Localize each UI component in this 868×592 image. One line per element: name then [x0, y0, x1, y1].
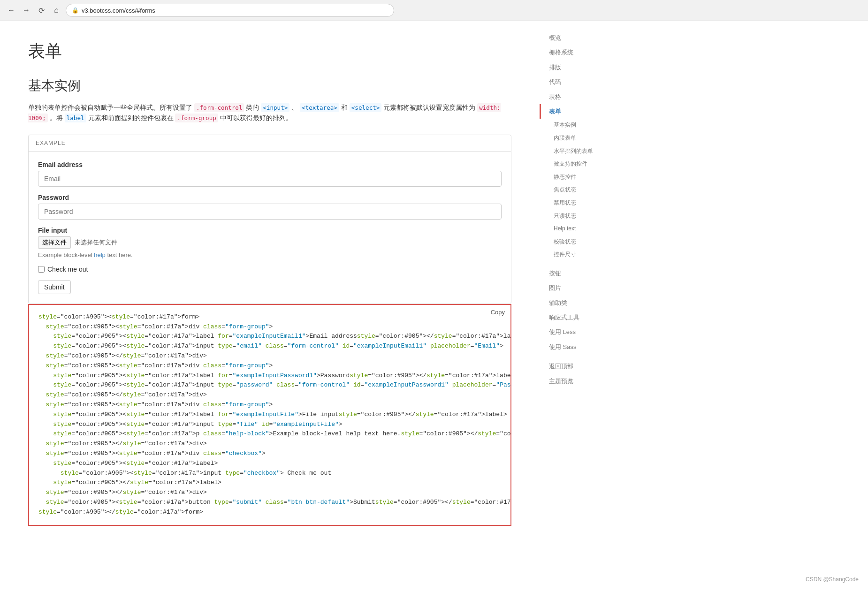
sidebar-item-8[interactable]: 水平排列的表单	[540, 145, 633, 158]
email-label: Email address	[38, 161, 502, 168]
code-block: style="color:#905"><style="color:#17a">f…	[29, 305, 510, 525]
file-no-selected-text: 未选择任何文件	[75, 238, 117, 247]
password-input[interactable]	[38, 204, 502, 220]
code-label: label	[65, 114, 86, 122]
sidebar-item-9[interactable]: 被支持的控件	[540, 158, 633, 171]
forward-button[interactable]: →	[21, 5, 32, 16]
sidebar-item-19[interactable]: 辅助类	[540, 296, 633, 310]
desc-text-8: 中可以获得最好的排列。	[220, 114, 292, 121]
example-panel: EXAMPLE Email address Password File inpu…	[28, 135, 511, 304]
sidebar-item-7[interactable]: 内联表单	[540, 132, 633, 145]
sidebar-item-23[interactable]: 返回顶部	[540, 359, 633, 373]
sidebar-item-15[interactable]: 校验状态	[540, 235, 633, 249]
desc-text-1: 单独的表单控件会被自动赋予一些全局样式。所有设置了	[28, 104, 192, 111]
code-form-control: .form-control	[194, 103, 244, 112]
help-text-suffix: text here.	[106, 251, 133, 258]
sidebar-item-5[interactable]: 表单	[540, 104, 633, 119]
sidebar-item-17[interactable]: 按钮	[540, 266, 633, 281]
desc-text-6: 。将	[50, 114, 63, 121]
sidebar-item-11[interactable]: 焦点状态	[540, 183, 633, 197]
page-layout: 表单 基本实例 单独的表单控件会被自动赋予一些全局样式。所有设置了 .form-…	[0, 21, 868, 592]
sidebar-item-2[interactable]: 排版	[540, 60, 633, 75]
code-form-group: .form-group	[175, 114, 218, 122]
code-textarea: <textarea>	[300, 103, 339, 112]
help-block: Example block-level help text here.	[38, 251, 133, 258]
sidebar-item-6[interactable]: 基本实例	[540, 119, 633, 132]
checkbox-label[interactable]: Check me out	[38, 266, 502, 273]
code-select: <select>	[350, 103, 382, 112]
password-label: Password	[38, 194, 502, 201]
sidebar-item-21[interactable]: 使用 Less	[540, 325, 633, 339]
file-form-group: File input 选择文件 未选择任何文件 Example block-le…	[38, 227, 502, 258]
password-form-group: Password	[38, 194, 502, 220]
sidebar-item-16[interactable]: 控件尺寸	[540, 248, 633, 261]
file-input-wrapper: 选择文件 未选择任何文件	[38, 236, 502, 249]
browser-chrome: ← → ⟳ ⌂ 🔒 v3.bootcss.com/css/#forms	[0, 0, 868, 21]
email-form-group: Email address	[38, 161, 502, 187]
sidebar-item-1[interactable]: 栅格系统	[540, 45, 633, 60]
footer-credit: CSDN @ShangCode	[806, 576, 859, 583]
sidebar-item-24[interactable]: 主题预览	[540, 374, 633, 388]
code-block-container: Copy style="color:#905"><style="color:#1…	[28, 304, 511, 526]
section-title: 基本实例	[28, 77, 511, 95]
sidebar-item-0[interactable]: 概览	[540, 30, 633, 45]
desc-text-5: 元素都将被默认设置宽度属性为	[383, 104, 475, 111]
file-label: File input	[38, 227, 502, 234]
help-text-prefix: Example block-level	[38, 251, 94, 258]
home-button[interactable]: ⌂	[51, 5, 62, 16]
desc-text-4: 和	[341, 104, 348, 111]
lock-icon: 🔒	[72, 7, 79, 14]
sidebar-item-20[interactable]: 响应式工具	[540, 310, 633, 325]
file-choose-button[interactable]: 选择文件	[38, 236, 71, 249]
section-desc: 单独的表单控件会被自动赋予一些全局样式。所有设置了 .form-control …	[28, 102, 511, 123]
checkbox-input[interactable]	[38, 266, 45, 273]
desc-text-2: 类的	[246, 104, 259, 111]
sidebar-item-18[interactable]: 图片	[540, 281, 633, 295]
address-bar[interactable]: 🔒 v3.bootcss.com/css/#forms	[66, 4, 394, 17]
email-input[interactable]	[38, 171, 502, 187]
submit-button[interactable]: Submit	[38, 280, 71, 294]
checkbox-group: Check me out	[38, 266, 502, 273]
sidebar-item-13[interactable]: 只读状态	[540, 210, 633, 223]
url-text: v3.bootcss.com/css/#forms	[82, 7, 155, 14]
sidebar-item-10[interactable]: 静态控件	[540, 171, 633, 184]
checkbox-label-text: Check me out	[47, 266, 88, 273]
desc-text-3: 、	[291, 104, 298, 111]
page-title: 表单	[28, 40, 511, 63]
sidebar-item-3[interactable]: 代码	[540, 75, 633, 89]
example-label: EXAMPLE	[29, 135, 511, 152]
refresh-button[interactable]: ⟳	[36, 5, 47, 16]
right-sidebar: 概览栅格系统排版代码表格表单基本实例内联表单水平排列的表单被支持的控件静态控件焦…	[540, 21, 633, 592]
code-input: <input>	[261, 103, 289, 112]
help-link[interactable]: help	[94, 251, 106, 258]
example-content: Email address Password File input 选择文件 未…	[29, 152, 511, 304]
sidebar-item-4[interactable]: 表格	[540, 90, 633, 104]
main-content: 表单 基本实例 单独的表单控件会被自动赋予一些全局样式。所有设置了 .form-…	[0, 21, 540, 592]
back-button[interactable]: ←	[6, 5, 17, 16]
desc-text-7: 元素和前面提到的控件包裹在	[88, 114, 174, 121]
sidebar-item-14[interactable]: Help text	[540, 222, 633, 235]
sidebar-item-22[interactable]: 使用 Sass	[540, 340, 633, 354]
sidebar-item-12[interactable]: 禁用状态	[540, 197, 633, 210]
copy-button[interactable]: Copy	[491, 309, 505, 316]
